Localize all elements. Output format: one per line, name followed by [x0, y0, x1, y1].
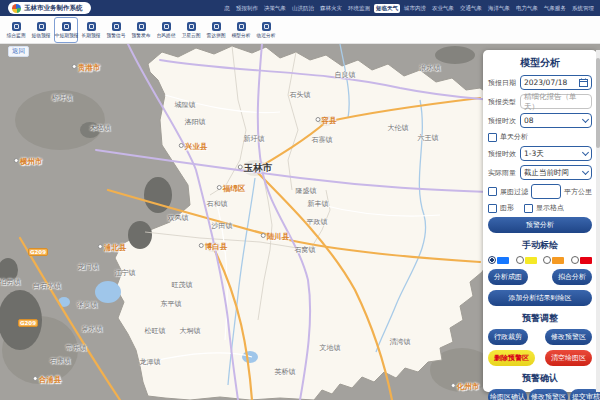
filter-area-input[interactable] — [531, 184, 561, 199]
forecast-type-value: 精细化报告（单天） — [524, 92, 588, 112]
fit-analysis-button[interactable]: 拟合分析 — [552, 269, 592, 285]
forecast-range-select[interactable]: 1-3天 — [520, 146, 592, 161]
checkbox-icon — [488, 133, 497, 142]
toolbar-item[interactable]: 模型分析 — [229, 17, 253, 43]
forecast-date-field[interactable]: 2023/07/18 — [520, 75, 592, 90]
toolbar-icon — [87, 22, 96, 31]
checkbox-icon — [524, 204, 533, 213]
grid-label: 显示格点 — [536, 203, 564, 213]
nav-item[interactable]: 电力气象 — [514, 4, 540, 13]
forecast-date-label: 预报日期 — [488, 78, 520, 88]
top-bar: 玉林市业务制作系统 日常业务气象信息预报制作决策气象山洪防治森林火灾环境监测短临… — [0, 0, 600, 16]
color-radio[interactable] — [571, 256, 592, 264]
actual-rain-label: 实际雨量 — [488, 168, 520, 178]
nav-item[interactable]: 交通气象 — [458, 4, 484, 13]
toolbar-item[interactable]: 临近分析 — [254, 17, 278, 43]
panel-scrollbar[interactable] — [596, 50, 600, 392]
toolbar-item-label: 临近分析 — [257, 32, 276, 38]
color-swatch — [525, 257, 537, 264]
chevron-down-icon — [582, 168, 589, 175]
scrollbar-thumb[interactable] — [596, 58, 600, 148]
toolbar-item-label: 卫星云图 — [182, 32, 201, 38]
radio-icon — [543, 256, 551, 264]
clear-draw-button[interactable]: 清空绘图区 — [545, 350, 592, 366]
toolbar-item[interactable]: 短临预报 — [29, 17, 53, 43]
checkbox-icon — [488, 204, 497, 213]
checkbox-icon — [488, 187, 497, 196]
toolbar-item-label: 台风路径 — [157, 32, 176, 38]
admin-clip-button[interactable]: 行政裁剪 — [488, 329, 528, 345]
chevron-down-icon — [582, 116, 589, 123]
color-radio[interactable] — [516, 256, 537, 264]
graphic-checkbox[interactable]: 图形 — [488, 203, 514, 213]
model-panel: 模型分析 预报日期 2023/07/18 预报类型 精细化报告（单天） 预报时次… — [483, 50, 597, 392]
nav-item[interactable]: 预报制作 — [234, 4, 260, 13]
toolbar-item-label: 长期预报 — [82, 32, 101, 38]
toolbar-item[interactable]: 预警信号 — [104, 17, 128, 43]
modify-warning-2-button[interactable]: 修改预警区 — [529, 389, 568, 400]
forecast-time-label: 预报时次 — [488, 116, 520, 126]
calendar-icon[interactable] — [579, 78, 588, 87]
toolbar-item[interactable]: 预警发布 — [129, 17, 153, 43]
toolbar-item[interactable]: 台风路径 — [154, 17, 178, 43]
actual-rain-value: 截止当前时间 — [524, 168, 569, 178]
grid-checkbox[interactable]: 显示格点 — [524, 203, 564, 213]
forecast-range-value: 1-3天 — [524, 149, 544, 159]
confirm-draw-button[interactable]: 绘图区确认 — [488, 389, 527, 400]
toolbar-item[interactable]: 综合监测 — [4, 17, 28, 43]
forecast-date-value: 2023/07/18 — [524, 78, 567, 87]
filter-checkbox[interactable]: 展图过滤 — [488, 187, 528, 197]
single-day-label: 单天分析 — [500, 132, 528, 142]
nav-item[interactable]: 农业气象 — [430, 4, 456, 13]
toolbar-item[interactable]: 长期预报 — [79, 17, 103, 43]
modify-warning-button[interactable]: 修改预警区 — [545, 329, 592, 345]
nav-item[interactable]: 海洋气象 — [486, 4, 512, 13]
single-day-checkbox[interactable]: 单天分析 — [488, 132, 528, 142]
back-link[interactable]: 返回 — [8, 46, 29, 57]
toolbar-icon — [187, 22, 196, 31]
color-radio[interactable] — [543, 256, 564, 264]
app-title: 玉林市业务制作系统 — [24, 4, 83, 13]
toolbar-icon — [12, 22, 21, 31]
toolbar-item-label: 中短期预报 — [54, 32, 78, 38]
nav-item[interactable]: 气象服务 — [542, 4, 568, 13]
nav-item[interactable]: 山洪防治 — [290, 4, 316, 13]
graphic-label: 图形 — [500, 203, 514, 213]
toolbar-icon — [137, 22, 146, 31]
color-swatch — [497, 257, 509, 264]
toolbar-item[interactable]: 中短期预报 — [54, 17, 78, 43]
toolbar-item-label: 模型分析 — [232, 32, 251, 38]
forecast-type-field[interactable]: 精细化报告（单天） — [520, 94, 592, 109]
toolbar-item[interactable]: 卫星云图 — [179, 17, 203, 43]
manual-draw-title: 手动标绘 — [488, 239, 592, 252]
delete-warning-button[interactable]: 删除预警区 — [488, 350, 535, 366]
toolbar-item-label: 预警信号 — [107, 32, 126, 38]
forecast-time-select[interactable]: 08 — [520, 113, 592, 128]
toolbar-icon — [262, 22, 271, 31]
top-nav: 日常业务气象信息预报制作决策气象山洪防治森林火灾环境监测短临天气城市内涝农业气象… — [224, 4, 596, 13]
nav-item[interactable]: 城市内涝 — [402, 4, 428, 13]
nav-item[interactable]: 决策气象 — [262, 4, 288, 13]
add-result-button[interactable]: 添加分析结果到绘区 — [488, 290, 592, 306]
actual-rain-select[interactable]: 截止当前时间 — [520, 165, 592, 180]
toolbar-item-label: 雷达拼图 — [207, 32, 226, 38]
toolbar-item[interactable]: 雷达拼图 — [204, 17, 228, 43]
radio-icon — [516, 256, 524, 264]
nav-item[interactable]: 森林火灾 — [318, 4, 344, 13]
app-logo: 玉林市业务制作系统 — [8, 2, 91, 14]
toolbar-icon — [237, 22, 246, 31]
area-unit-label: 平方公里 — [564, 187, 592, 197]
radio-icon — [488, 256, 496, 264]
color-swatch — [580, 257, 592, 264]
nav-item[interactable]: 气象信息 — [224, 4, 232, 13]
analysis-image-button[interactable]: 分析成图 — [488, 269, 528, 285]
nav-item[interactable]: 短临天气 — [374, 4, 400, 13]
chevron-down-icon — [582, 149, 589, 156]
nav-item[interactable]: 环境监测 — [346, 4, 372, 13]
toolbar-icon — [112, 22, 121, 31]
nav-item[interactable]: 系统管理 — [570, 4, 596, 13]
color-radio[interactable] — [488, 256, 509, 264]
warning-analysis-button[interactable]: 预警分析 — [488, 217, 592, 233]
panel-title: 模型分析 — [488, 56, 592, 70]
toolbar-icon — [62, 22, 71, 31]
